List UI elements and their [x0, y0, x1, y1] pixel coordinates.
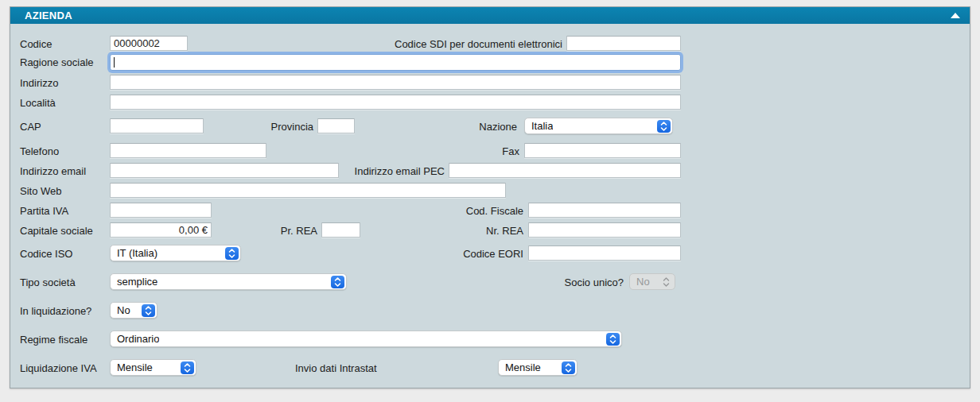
telefono-label: Telefono — [20, 144, 59, 159]
select-stepper-icon — [225, 247, 239, 260]
partita-iva-input[interactable] — [110, 203, 212, 218]
socio-unico-select-value: No — [636, 276, 650, 288]
cod-fiscale-input[interactable] — [528, 203, 681, 218]
pr-rea-input[interactable] — [321, 222, 360, 238]
email-pec-input[interactable] — [449, 163, 681, 178]
provincia-input[interactable] — [317, 118, 355, 133]
fax-input[interactable] — [524, 143, 681, 158]
codice-eori-label: Codice EORI — [440, 246, 523, 261]
select-stepper-icon — [606, 333, 620, 346]
localita-label: Località — [20, 95, 56, 110]
socio-unico-label: Socio unico? — [535, 275, 624, 290]
select-stepper-icon — [562, 361, 575, 374]
socio-unico-select: No — [629, 273, 675, 290]
regime-fiscale-label: Regime fiscale — [20, 332, 88, 347]
liquidazione-iva-select[interactable]: Mensile — [110, 359, 196, 376]
select-stepper-icon — [142, 304, 155, 317]
regime-fiscale-select-value: Ordinario — [117, 333, 159, 345]
select-stepper-icon — [181, 361, 194, 374]
localita-input[interactable] — [110, 95, 681, 110]
email-pec-label: Indirizzo email PEC — [344, 164, 445, 179]
codice-label: Codice — [20, 37, 52, 52]
panel-header: AZIENDA — [10, 7, 970, 24]
sito-web-input[interactable] — [110, 183, 506, 198]
nr-rea-input[interactable] — [528, 222, 681, 238]
collapse-button[interactable] — [949, 10, 962, 22]
fax-label: Fax — [464, 144, 519, 159]
nazione-label: Nazione — [456, 119, 517, 134]
text-caret — [114, 57, 115, 68]
select-stepper-icon — [331, 276, 344, 288]
email-input[interactable] — [110, 163, 339, 178]
indirizzo-input[interactable] — [110, 75, 681, 90]
select-stepper-icon — [659, 276, 673, 288]
nr-rea-label: Nr. REA — [456, 223, 523, 238]
pr-rea-label: Pr. REA — [265, 223, 317, 238]
regime-fiscale-select[interactable]: Ordinario — [110, 330, 622, 347]
tipo-societa-select-value: semplice — [117, 276, 158, 288]
codice-eori-input[interactable] — [528, 245, 681, 261]
codice-iso-select[interactable]: IT (Italia) — [110, 245, 241, 261]
cap-label: CAP — [20, 119, 41, 134]
invio-intrastat-select-value: Mensile — [505, 361, 541, 373]
provincia-label: Provincia — [249, 119, 313, 134]
sito-web-label: Sito Web — [20, 184, 62, 199]
azienda-panel: AZIENDA Codice Codice SDI per documenti … — [10, 6, 970, 388]
ragione-sociale-label: Ragione sociale — [20, 55, 94, 70]
cod-fiscale-label: Cod. Fiscale — [444, 203, 523, 218]
panel-title: AZIENDA — [25, 10, 72, 21]
codice-input[interactable] — [110, 36, 188, 51]
liquidazione-iva-label: Liquidazione IVA — [20, 361, 97, 376]
codice-iso-label: Codice ISO — [20, 246, 72, 261]
cap-input[interactable] — [110, 118, 204, 133]
select-stepper-icon — [657, 120, 671, 133]
chevron-up-icon — [951, 13, 960, 18]
in-liquidazione-select-value: No — [117, 304, 130, 316]
nazione-select[interactable]: Italia — [524, 118, 673, 134]
capitale-sociale-label: Capitale sociale — [20, 223, 93, 238]
tipo-societa-select[interactable]: semplice — [110, 273, 347, 290]
invio-intrastat-label: Invio dati Intrastat — [295, 361, 377, 376]
codice-iso-select-value: IT (Italia) — [117, 247, 158, 259]
telefono-input[interactable] — [110, 143, 266, 158]
capitale-sociale-input[interactable] — [110, 222, 212, 238]
tipo-societa-label: Tipo società — [20, 275, 76, 290]
ragione-sociale-input[interactable] — [110, 54, 681, 71]
indirizzo-label: Indirizzo — [20, 75, 58, 91]
in-liquidazione-select[interactable]: No — [110, 302, 158, 319]
partita-iva-label: Partita IVA — [20, 203, 68, 218]
invio-intrastat-select[interactable]: Mensile — [498, 359, 578, 376]
email-label: Indirizzo email — [20, 164, 86, 179]
liquidazione-iva-select-value: Mensile — [117, 361, 153, 373]
nazione-select-value: Italia — [531, 120, 553, 132]
in-liquidazione-label: In liquidazione? — [20, 303, 91, 319]
codice-sdi-input[interactable] — [566, 36, 681, 51]
codice-sdi-label: Codice SDI per documenti elettronici — [289, 37, 562, 52]
